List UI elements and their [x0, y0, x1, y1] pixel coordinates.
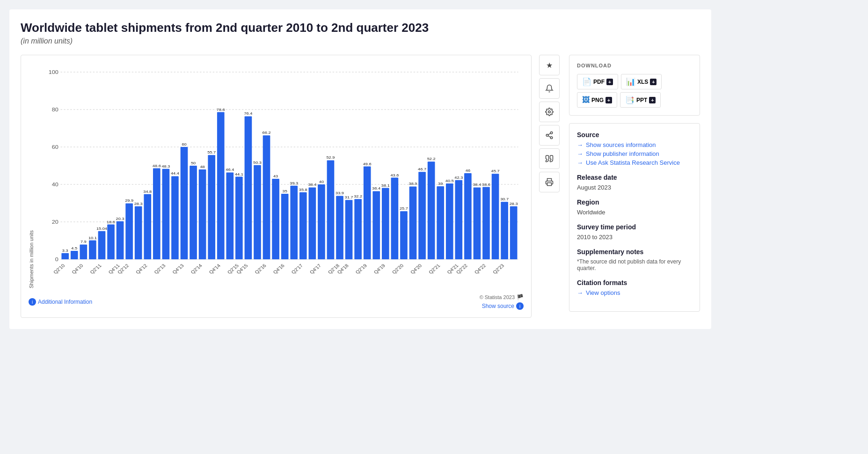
svg-rect-70	[327, 160, 335, 259]
svg-text:7.9: 7.9	[80, 240, 87, 244]
xls-icon: 📊	[626, 77, 635, 86]
svg-text:39.3: 39.3	[290, 181, 298, 185]
ask-statista-link[interactable]: → Use Ask Statista Research Service	[577, 159, 692, 166]
svg-text:15.04: 15.04	[96, 226, 107, 230]
svg-rect-22	[107, 225, 115, 259]
survey-period-value: 2010 to 2023	[577, 234, 692, 241]
svg-point-140	[550, 132, 553, 134]
svg-rect-60	[281, 194, 289, 259]
download-png-button[interactable]: 🖼 PNG +	[577, 92, 617, 108]
chart-subtitle: (in million units)	[21, 37, 700, 45]
svg-text:3.3: 3.3	[62, 248, 68, 252]
svg-rect-94	[437, 186, 444, 259]
svg-text:52.9: 52.9	[327, 155, 335, 160]
svg-rect-26	[125, 203, 133, 259]
show-source-link[interactable]: Show source i	[482, 302, 524, 310]
svg-rect-62	[290, 186, 298, 259]
download-xls-button[interactable]: 📊 XLS +	[621, 74, 662, 89]
view-options-link[interactable]: → View options	[577, 289, 692, 296]
svg-text:Q2'11: Q2'11	[89, 263, 102, 275]
svg-text:80: 80	[52, 107, 59, 113]
print-button[interactable]	[539, 172, 560, 192]
svg-rect-66	[309, 187, 316, 259]
show-sources-info-link[interactable]: → Show sources information	[577, 141, 692, 148]
y-axis-label: Shipments in million units	[29, 63, 34, 288]
svg-text:76.4: 76.4	[244, 111, 252, 116]
chart-footer: i Additional Information © Statista 2023…	[29, 294, 524, 310]
svg-rect-82	[382, 188, 389, 259]
settings-button[interactable]	[539, 102, 560, 122]
svg-point-139	[548, 111, 551, 113]
svg-text:29.9: 29.9	[125, 198, 133, 203]
svg-text:Q4'22: Q4'22	[474, 263, 487, 275]
svg-rect-18	[89, 241, 96, 259]
svg-rect-32	[153, 168, 160, 259]
svg-text:Q2'21: Q2'21	[428, 263, 441, 275]
pdf-icon: 📄	[582, 77, 591, 86]
png-plus-icon: +	[605, 97, 612, 103]
svg-rect-36	[171, 176, 179, 259]
svg-text:48.6: 48.6	[153, 163, 161, 168]
svg-text:100: 100	[49, 69, 59, 75]
svg-rect-24	[117, 221, 124, 259]
statista-credit: © Statista 2023 🏴	[480, 294, 524, 300]
svg-line-144	[548, 133, 550, 135]
citation-title: Citation formats	[577, 279, 692, 286]
svg-text:30.7: 30.7	[500, 197, 509, 201]
svg-text:20: 20	[52, 219, 59, 225]
ppt-icon: 📑	[625, 95, 635, 104]
download-ppt-button[interactable]: 📑 PPT +	[620, 92, 661, 108]
svg-text:28.3: 28.3	[510, 201, 518, 205]
svg-text:31.7: 31.7	[345, 195, 353, 199]
chart-container: Shipments in million units 0204060801003…	[21, 55, 532, 318]
svg-rect-56	[263, 135, 270, 259]
chart-with-icons: Shipments in million units 0204060801003…	[21, 55, 560, 318]
sidebar-icons: ★	[539, 55, 560, 318]
svg-rect-16	[80, 244, 88, 259]
svg-text:38.4: 38.4	[308, 183, 316, 187]
svg-text:40: 40	[52, 182, 59, 188]
svg-rect-30	[144, 194, 151, 259]
download-buttons: 📄 PDF + 📊 XLS + 🖼 PNG +	[577, 74, 692, 108]
svg-text:28.3: 28.3	[134, 201, 143, 205]
info-icon: i	[29, 298, 36, 306]
svg-text:46.4: 46.4	[226, 168, 234, 172]
svg-rect-88	[409, 186, 417, 259]
png-icon: 🖼	[582, 96, 590, 104]
svg-rect-42	[199, 169, 206, 259]
svg-text:10.1: 10.1	[88, 235, 97, 240]
svg-text:Q4'12: Q4'12	[135, 263, 148, 275]
chart-inner: 0204060801003.34.57.910.115.0418.620.329…	[38, 63, 524, 288]
svg-point-141	[546, 134, 548, 137]
svg-text:45.7: 45.7	[491, 169, 500, 173]
svg-rect-72	[336, 196, 343, 259]
svg-rect-80	[372, 191, 380, 259]
release-date-value: August 2023	[577, 184, 692, 191]
svg-text:38.9: 38.9	[409, 182, 417, 186]
ppt-plus-icon: +	[649, 97, 656, 103]
download-pdf-button[interactable]: 📄 PDF +	[577, 74, 618, 89]
svg-text:Q4'17: Q4'17	[309, 263, 322, 275]
svg-rect-48	[226, 172, 233, 259]
additional-info-link[interactable]: i Additional Information	[29, 298, 92, 306]
svg-text:Q2'16: Q2'16	[254, 263, 267, 275]
svg-rect-92	[428, 161, 435, 259]
favorite-button[interactable]: ★	[539, 55, 560, 75]
svg-text:Q2'20: Q2'20	[391, 263, 405, 275]
svg-text:38.6: 38.6	[482, 182, 490, 186]
svg-rect-96	[446, 183, 453, 259]
svg-rect-12	[61, 253, 69, 259]
alert-button[interactable]	[539, 78, 560, 99]
supplementary-value: *The source did not publish data for eve…	[577, 258, 692, 271]
svg-text:Q2'19: Q2'19	[354, 263, 368, 275]
svg-rect-28	[135, 206, 142, 259]
share-button[interactable]	[539, 125, 560, 146]
svg-text:36.4: 36.4	[372, 186, 380, 190]
svg-text:44.1: 44.1	[235, 172, 243, 176]
svg-text:34.8: 34.8	[143, 189, 152, 193]
svg-text:40.5: 40.5	[445, 179, 454, 183]
svg-text:Q4'16: Q4'16	[272, 263, 285, 275]
quote-button[interactable]	[539, 148, 560, 169]
show-publisher-info-link[interactable]: → Show publisher information	[577, 150, 692, 157]
survey-period-title: Survey time period	[577, 223, 692, 231]
